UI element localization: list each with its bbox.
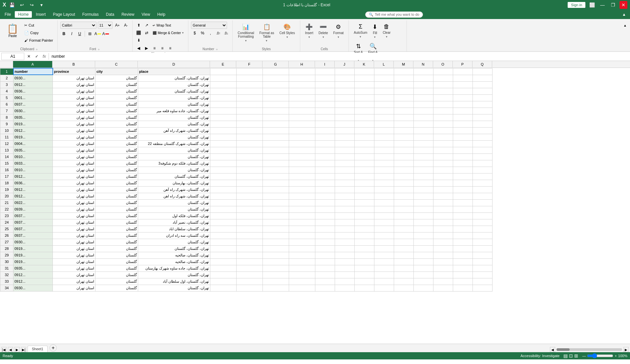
cell-L32[interactable] — [374, 272, 394, 278]
cell-M31[interactable] — [394, 265, 414, 272]
cell-F7[interactable] — [237, 108, 263, 114]
row-number-31[interactable]: 31 — [0, 265, 13, 272]
row-number-15[interactable]: 15 — [0, 160, 13, 167]
cell-D19[interactable]: تهران، گلستان، شهرک راه آهن — [138, 186, 210, 193]
cell-G2[interactable] — [263, 75, 289, 81]
cell-J29[interactable] — [335, 252, 355, 258]
cell-N19[interactable] — [414, 186, 433, 193]
cell-B7[interactable]: استان تهران — [53, 108, 95, 114]
cell-I10[interactable] — [315, 127, 335, 134]
row-number-22[interactable]: 22 — [0, 206, 13, 212]
formula-cancel-button[interactable]: ✕ — [26, 53, 32, 60]
cell-M33[interactable] — [394, 278, 414, 285]
cell-F19[interactable] — [237, 186, 263, 193]
cell-Q11[interactable] — [473, 134, 493, 140]
scroll-left-button[interactable]: ◀ — [550, 347, 555, 352]
cell-E6[interactable] — [210, 101, 237, 108]
cell-L14[interactable] — [374, 153, 394, 160]
cell-D16[interactable]: تهران، گلستان — [138, 167, 210, 173]
cell-P26[interactable] — [453, 232, 473, 239]
cell-Q5[interactable] — [473, 94, 493, 101]
cell-J31[interactable] — [335, 265, 355, 272]
cell-Q31[interactable] — [473, 265, 493, 272]
cell-M30[interactable] — [394, 258, 414, 265]
cell-C15[interactable]: گلستان — [95, 160, 138, 167]
cell-I28[interactable] — [315, 245, 335, 252]
cell-P30[interactable] — [453, 258, 473, 265]
cell-O4[interactable] — [433, 88, 453, 94]
cell-F15[interactable] — [237, 160, 263, 167]
cell-H31[interactable] — [289, 265, 315, 272]
cell-H15[interactable] — [289, 160, 315, 167]
zoom-out-icon[interactable]: — — [582, 354, 586, 358]
cell-E26[interactable] — [210, 232, 237, 239]
cell-P11[interactable] — [453, 134, 473, 140]
cell-D4[interactable]: تهران، گلستان، گلستان — [138, 88, 210, 94]
cell-C9[interactable]: گلستان — [95, 121, 138, 127]
cell-J21[interactable] — [335, 199, 355, 206]
cell-F27[interactable] — [237, 239, 263, 245]
cell-E8[interactable] — [210, 114, 237, 121]
cell-J30[interactable] — [335, 258, 355, 265]
cell-C16[interactable]: گلستان — [95, 167, 138, 173]
row-number-21[interactable]: 21 — [0, 199, 13, 206]
row-number-9[interactable]: 9 — [0, 121, 13, 127]
cell-M9[interactable] — [394, 121, 414, 127]
cell-I23[interactable] — [315, 212, 335, 219]
cell-Q14[interactable] — [473, 153, 493, 160]
cell-B21[interactable]: استان تهران — [53, 199, 95, 206]
cell-K7[interactable] — [355, 108, 374, 114]
percent-button[interactable]: % — [199, 30, 206, 37]
cell-L18[interactable] — [374, 180, 394, 186]
cell-E12[interactable] — [210, 140, 237, 147]
cell-A1[interactable]: number — [13, 68, 53, 75]
cell-H11[interactable] — [289, 134, 315, 140]
cell-G25[interactable] — [263, 226, 289, 232]
cell-J27[interactable] — [335, 239, 355, 245]
cell-D8[interactable]: تهران، گلستان — [138, 114, 210, 121]
cell-J25[interactable] — [335, 226, 355, 232]
increase-decimal-button[interactable]: .0↑ — [215, 30, 222, 37]
cell-F31[interactable] — [237, 265, 263, 272]
cell-F17[interactable] — [237, 173, 263, 180]
cell-L31[interactable] — [374, 265, 394, 272]
cell-K6[interactable] — [355, 101, 374, 108]
cell-P34[interactable] — [453, 285, 473, 291]
col-header-D[interactable]: D — [138, 61, 210, 68]
font-name-select[interactable]: Calibri — [60, 22, 96, 29]
cell-K30[interactable] — [355, 258, 374, 265]
cell-D25[interactable]: تهران، گلستان، سلطان اباد — [138, 226, 210, 232]
cell-C4[interactable]: گلستان — [95, 88, 138, 94]
autosum-button[interactable]: Σ AutoSum ▾ — [351, 22, 369, 40]
row-number-10[interactable]: 10 — [0, 127, 13, 134]
cell-G23[interactable] — [263, 212, 289, 219]
cell-J20[interactable] — [335, 193, 355, 199]
cell-M7[interactable] — [394, 108, 414, 114]
cell-M29[interactable] — [394, 252, 414, 258]
formula-confirm-button[interactable]: ✓ — [33, 53, 40, 60]
row-number-4[interactable]: 4 — [0, 88, 13, 94]
cell-A10[interactable]: 0912... — [13, 127, 53, 134]
sheet-next-button[interactable]: ▶ — [14, 347, 20, 352]
cell-A2[interactable]: 0930... — [13, 75, 53, 81]
cell-K28[interactable] — [355, 245, 374, 252]
cell-P28[interactable] — [453, 245, 473, 252]
col-header-M[interactable]: M — [394, 61, 413, 68]
cell-E20[interactable] — [210, 193, 237, 199]
cell-J28[interactable] — [335, 245, 355, 252]
cell-Q13[interactable] — [473, 147, 493, 153]
align-bottom-button[interactable]: ⬇ — [135, 37, 142, 44]
cell-G3[interactable] — [263, 81, 289, 88]
cell-A14[interactable]: 0910... — [13, 153, 53, 160]
indent-increase-button[interactable]: ▶ — [143, 45, 150, 52]
cell-N29[interactable] — [414, 252, 433, 258]
cell-L2[interactable] — [374, 75, 394, 81]
cell-N24[interactable] — [414, 219, 433, 226]
cell-O27[interactable] — [433, 239, 453, 245]
cell-Q21[interactable] — [473, 199, 493, 206]
cell-O22[interactable] — [433, 206, 453, 212]
cell-P15[interactable] — [453, 160, 473, 167]
cell-E11[interactable] — [210, 134, 237, 140]
collapse-ribbon-button[interactable]: ▲ — [620, 12, 629, 17]
align-left-button[interactable]: ≡ — [151, 45, 158, 52]
